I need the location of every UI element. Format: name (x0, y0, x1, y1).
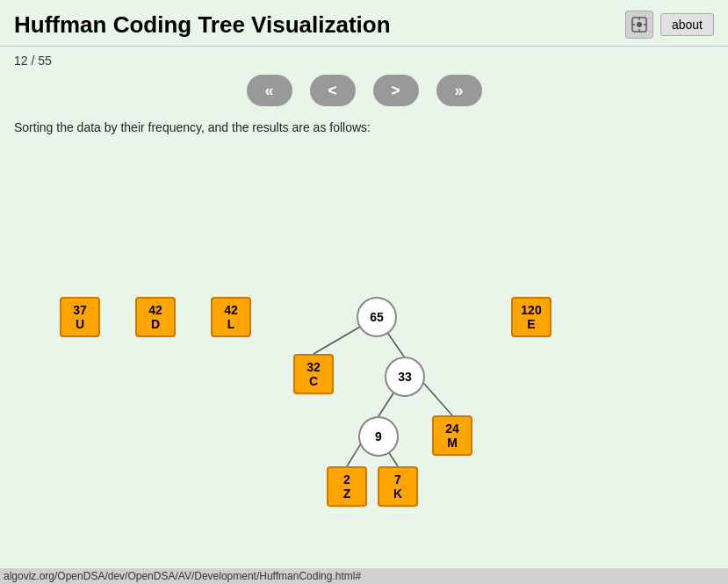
first-button[interactable]: « (247, 75, 292, 106)
next-button[interactable]: > (373, 75, 419, 106)
settings-icon-button[interactable] (625, 11, 653, 39)
page-title: Huffman Coding Tree Visualization (14, 11, 391, 39)
svg-point-1 (637, 22, 642, 27)
description-text: Sorting the data by their frequency, and… (14, 120, 714, 134)
status-bar: algoviz.org/OpenDSA/dev/OpenDSA/AV/Devel… (0, 568, 728, 584)
leaf-d: 42 D (135, 297, 176, 337)
leaf-k: 7 K (378, 466, 418, 507)
settings-icon (631, 16, 648, 33)
prev-button[interactable]: < (310, 75, 356, 106)
leaf-l: 42 L (211, 297, 251, 337)
last-button[interactable]: » (436, 75, 482, 106)
leaf-e: 120 E (511, 297, 551, 337)
circle-9: 9 (358, 416, 399, 457)
progress-indicator: 12 / 55 (14, 54, 714, 68)
leaf-c: 32 C (293, 354, 334, 394)
leaf-u: 37 U (60, 297, 100, 337)
circle-33: 33 (385, 357, 425, 397)
about-button[interactable]: about (660, 13, 714, 36)
leaf-z: 2 Z (327, 466, 367, 507)
circle-65: 65 (357, 297, 397, 337)
visualization-area: 37 U 42 D 42 L 120 E 32 C 24 M 2 Z 7 K (14, 143, 714, 565)
leaf-m: 24 M (432, 415, 472, 456)
